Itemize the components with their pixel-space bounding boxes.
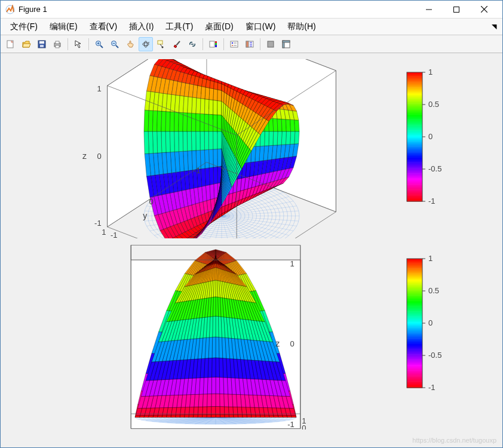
menu-overflow-icon[interactable]: ◥ [492,23,499,30]
svg-marker-744 [205,87,210,100]
svg-text:0: 0 [97,152,101,161]
menu-help[interactable]: 帮助(H) [281,20,321,33]
svg-marker-1578 [243,415,247,417]
svg-marker-602 [144,110,149,131]
menu-view[interactable]: 查看(V) [84,20,124,33]
svg-text:-1: -1 [94,219,102,228]
colorbar-upper[interactable]: -1-0.500.51 [401,67,473,211]
axes-lower[interactable]: -101z-101x-1-0.500.51y [19,244,389,429]
svg-text:-1: -1 [111,231,118,238]
svg-text:-0.5: -0.5 [428,164,441,173]
svg-text:0.5: 0.5 [428,286,439,295]
titlebar[interactable]: Figure 1 [1,1,502,19]
menu-insert[interactable]: 插入(I) [123,20,160,33]
svg-marker-714 [209,100,214,115]
menu-window[interactable]: 窗口(W) [240,20,282,33]
menu-edit[interactable]: 编辑(E) [44,20,84,33]
menu-file[interactable]: 文件(F) [4,20,44,33]
svg-marker-768 [217,90,222,101]
close-button[interactable] [470,1,498,18]
svg-marker-1591 [225,407,229,415]
menu-tools[interactable]: 工具(T) [160,20,199,33]
svg-rect-31 [232,42,233,44]
save-button[interactable] [35,37,49,51]
legend-panel-button[interactable] [243,37,257,51]
svg-marker-1579 [185,415,189,417]
figure-canvas[interactable]: -101z-1-0.500.51x-101y -1-0.500.51 -101z… [1,53,502,447]
svg-marker-1584 [247,415,252,418]
colorbar-lower[interactable]: -1-0.500.51 [401,254,473,397]
svg-marker-1588 [252,415,256,418]
svg-marker-1626 [224,394,229,407]
svg-marker-1604 [198,407,203,415]
svg-marker-1611 [211,377,216,394]
svg-marker-1613 [153,415,158,418]
svg-marker-1671 [213,316,216,337]
svg-marker-1629 [135,415,140,417]
svg-marker-1636 [220,378,224,394]
svg-marker-1634 [216,358,220,378]
svg-text:0: 0 [149,197,153,206]
svg-line-13 [100,45,103,48]
svg-marker-495 [295,131,299,144]
svg-marker-512 [265,131,269,146]
edit-plot-button[interactable] [71,37,85,51]
print-button[interactable] [50,37,65,51]
svg-line-88 [222,211,299,216]
svg-marker-461 [209,149,214,168]
svg-marker-1616 [278,415,283,417]
data-cursor-button[interactable] [154,37,168,51]
svg-marker-501 [281,131,286,145]
zoom-in-button[interactable] [92,37,106,51]
svg-marker-682 [273,118,278,131]
svg-marker-499 [286,131,290,145]
zoom-out-button[interactable] [108,37,122,51]
svg-marker-1637 [207,378,211,394]
svg-marker-496 [290,131,295,145]
svg-text:1: 1 [102,228,106,237]
new-figure-button[interactable] [4,37,18,51]
svg-text:z: z [275,339,280,348]
svg-marker-710 [204,99,209,115]
menu-desktop[interactable]: 桌面(D) [199,20,239,33]
pan-button[interactable] [123,37,137,51]
svg-marker-1573 [189,415,194,417]
brush-button[interactable] [170,37,184,51]
svg-marker-563 [196,131,201,151]
maximize-button[interactable] [443,1,470,18]
svg-marker-1653 [212,337,216,358]
link-button[interactable] [185,37,200,51]
rotate-3d-button[interactable] [139,37,153,51]
svg-marker-1563 [216,407,220,415]
svg-marker-1550 [216,415,220,418]
axes-upper[interactable]: -101z-1-0.500.51x-101y [19,59,389,238]
svg-marker-1617 [149,415,154,417]
svg-marker-581 [165,131,170,152]
show-plot-tools-button[interactable] [279,37,293,51]
colorbar-button[interactable] [206,37,220,51]
svg-marker-1612 [274,415,278,418]
svg-marker-397 [209,167,214,185]
svg-marker-389 [213,167,217,184]
svg-marker-558 [200,131,205,151]
svg-rect-2 [454,7,459,12]
window-controls [415,1,498,18]
svg-marker-705 [200,99,205,114]
svg-marker-1590 [203,407,207,415]
minimize-button[interactable] [415,1,443,18]
svg-rect-40 [268,41,274,47]
legend-button[interactable] [227,37,241,51]
hide-plot-tools-button[interactable] [263,37,278,51]
svg-marker-608 [152,111,157,131]
svg-marker-1618 [194,407,198,415]
svg-text:y: y [143,211,147,220]
open-button[interactable] [19,37,33,51]
svg-marker-1607 [207,394,212,407]
svg-text:-1: -1 [428,383,435,392]
window-title: Figure 1 [19,5,415,14]
svg-marker-547 [217,131,222,149]
svg-rect-30 [231,41,238,47]
svg-marker-1577 [220,407,225,415]
svg-rect-7 [39,41,44,44]
svg-point-20 [145,41,148,47]
